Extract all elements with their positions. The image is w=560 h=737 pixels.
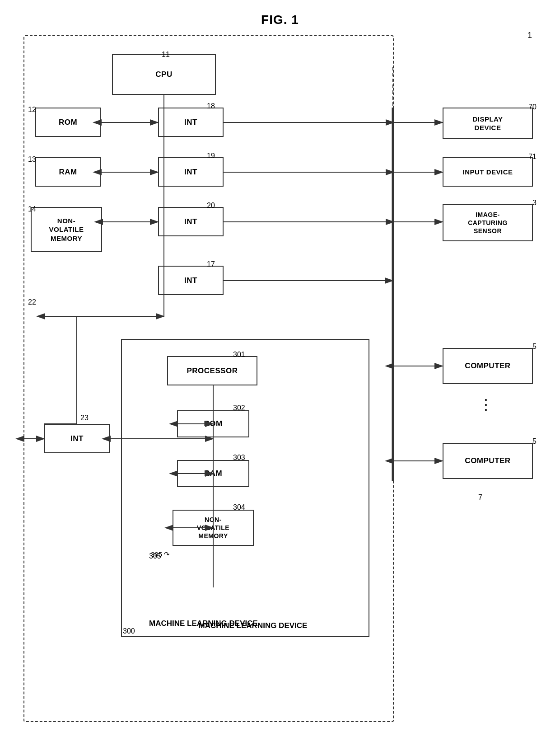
ref-14: 14: [28, 205, 36, 213]
figure-title: FIG. 1: [0, 5, 560, 27]
rom2-box: ROM: [177, 410, 249, 437]
int20-label: INT: [184, 217, 197, 226]
ref-7: 7: [478, 493, 482, 502]
ref-13: 13: [28, 155, 36, 164]
ref-304: 304: [233, 503, 245, 512]
cpu-box: CPU: [112, 54, 216, 95]
rom2-label: ROM: [204, 419, 222, 428]
ref-20: 20: [207, 202, 215, 210]
nonvolatile-label: NON-VOLATILEMEMORY: [49, 216, 84, 243]
display-device-box: DISPLAYDEVICE: [443, 108, 533, 139]
page: FIG. 1 1 CPU 11 ROM 12 RAM 13 NON-VOLATI…: [0, 0, 560, 737]
computer-top-label: COMPUTER: [465, 361, 510, 371]
int20-box: INT: [158, 207, 224, 236]
ref-23: 23: [80, 414, 89, 422]
int18-label: INT: [184, 118, 197, 127]
int18-box: INT: [158, 108, 224, 137]
int23-label: INT: [70, 434, 84, 443]
nonvolatile2-box: NON-VOLATILEMEMORY: [173, 510, 254, 546]
ref-302: 302: [233, 404, 245, 412]
ref-301: 301: [233, 351, 245, 359]
int23-box: INT: [44, 424, 110, 453]
rom-box: ROM: [35, 108, 101, 137]
ref-305-area: 305 ↷: [151, 550, 170, 559]
mld-label-text: MACHINE LEARNING DEVICE: [135, 621, 370, 630]
ref-5b: 5: [532, 437, 537, 446]
int17-label: INT: [184, 276, 197, 285]
int19-label: INT: [184, 168, 197, 177]
ref-300: 300: [123, 627, 135, 635]
rom-label: ROM: [59, 118, 77, 127]
ram-box: RAM: [35, 157, 101, 187]
processor-box: PROCESSOR: [167, 356, 257, 385]
display-device-label: DISPLAYDEVICE: [472, 115, 503, 132]
ellipsis: ⋮: [479, 396, 495, 413]
int19-box: INT: [158, 157, 224, 187]
ref-12: 12: [28, 106, 36, 114]
ref-19: 19: [207, 152, 215, 160]
ref-17: 17: [207, 260, 215, 268]
computer-bottom-label: COMPUTER: [465, 456, 510, 465]
ram-label: RAM: [59, 168, 77, 177]
ref-1: 1: [527, 31, 532, 40]
image-sensor-box: IMAGE-CAPTURINGSENSOR: [443, 204, 533, 241]
ref-3: 3: [532, 199, 537, 207]
processor-label: PROCESSOR: [187, 366, 238, 376]
ref-11: 11: [162, 51, 170, 59]
ref-71: 71: [528, 153, 537, 161]
nonvolatile2-label: NON-VOLATILEMEMORY: [197, 516, 229, 540]
ram2-box: RAM: [177, 460, 249, 487]
input-device-label: INPUT DEVICE: [462, 168, 513, 176]
ref-70: 70: [528, 103, 537, 111]
computer-top-box: COMPUTER: [443, 348, 533, 384]
nonvolatile-box: NON-VOLATILEMEMORY: [31, 207, 102, 252]
image-sensor-label: IMAGE-CAPTURINGSENSOR: [468, 211, 508, 235]
ram2-label: RAM: [204, 469, 222, 478]
ref-5a: 5: [532, 343, 537, 351]
ref-18: 18: [207, 102, 215, 110]
ref-22: 22: [28, 298, 36, 306]
input-device-box: INPUT DEVICE: [443, 157, 533, 187]
cpu-label: CPU: [155, 70, 172, 79]
computer-bottom-box: COMPUTER: [443, 443, 533, 479]
ref-303: 303: [233, 454, 245, 462]
int17-box: INT: [158, 266, 224, 295]
